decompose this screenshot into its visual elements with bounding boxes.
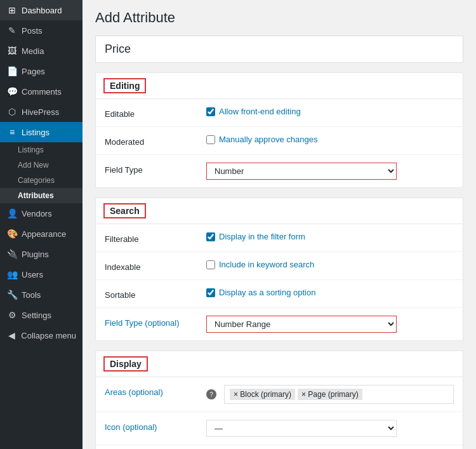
icon-field-row: Icon (optional) —: [96, 412, 463, 445]
sidebar-item-dashboard[interactable]: ⊞ Dashboard: [0, 0, 83, 20]
dashboard-icon: ⊞: [6, 5, 18, 15]
indexable-control: Include in keyword search: [206, 260, 454, 269]
sidebar-sub-listings[interactable]: Listings: [0, 142, 83, 157]
sidebar-label-collapse: Collapse menu: [21, 331, 76, 340]
search-section: Search Filterable Display in the filter …: [95, 198, 463, 341]
editable-checkbox-label[interactable]: Allow front-end editing: [219, 107, 301, 116]
filterable-checkbox-row: Display in the filter form: [206, 232, 454, 241]
display-section-title: Display: [103, 356, 148, 372]
indexable-field-row: Indexable Include in keyword search: [96, 252, 463, 280]
areas-tags-box[interactable]: × Block (primary) × Page (primary): [224, 385, 454, 404]
moderated-control: Manually approve changes: [206, 135, 454, 144]
editing-field-type-row: Field Type Number Text Textarea Select C…: [96, 155, 463, 187]
icon-select[interactable]: —: [206, 420, 397, 437]
sidebar-item-media[interactable]: 🖼 Media: [0, 41, 83, 61]
search-section-body: Filterable Display in the filter form In…: [96, 224, 463, 340]
sidebar-label-hivepress: HivePress: [22, 107, 59, 117]
page-title: Add Attribute: [95, 10, 463, 26]
sidebar-label-listings: Listings: [22, 128, 50, 137]
listings-icon: ≡: [6, 127, 18, 137]
search-field-type-select[interactable]: Number Range Text Select Checkbox: [206, 316, 397, 333]
display-section: Display Areas (optional) ? × Block (prim…: [95, 351, 463, 449]
sidebar-item-pages[interactable]: 📄 Pages: [0, 61, 83, 81]
sidebar-label-posts: Posts: [22, 26, 43, 36]
areas-control: ? × Block (primary) × Page (primary): [206, 385, 454, 404]
icon-control: —: [206, 420, 454, 437]
sidebar-label-users: Users: [22, 270, 43, 279]
search-section-header: Search: [96, 198, 463, 224]
sidebar-label-media: Media: [22, 46, 44, 56]
sortable-checkbox[interactable]: [206, 288, 215, 297]
comments-icon: 💬: [6, 86, 18, 97]
sidebar-label-settings: Settings: [22, 311, 51, 320]
editable-checkbox-row: Allow front-end editing: [206, 107, 454, 116]
sidebar-item-listings[interactable]: ≡ Listings: [0, 122, 83, 142]
sidebar-label-appearance: Appearance: [22, 229, 66, 239]
icon-label: Icon (optional): [105, 420, 206, 432]
moderated-checkbox-label[interactable]: Manually approve changes: [219, 135, 317, 144]
sidebar-item-settings[interactable]: ⚙ Settings: [0, 305, 83, 325]
editable-field-row: Editable Allow front-end editing: [96, 99, 463, 127]
sidebar-item-hivepress[interactable]: ⬡ HivePress: [0, 102, 83, 122]
editing-section-title: Editing: [103, 78, 146, 93]
sortable-checkbox-label[interactable]: Display as a sorting option: [219, 288, 315, 297]
editing-field-type-label: Field Type: [105, 163, 206, 175]
moderated-label: Moderated: [105, 135, 206, 147]
tag-block-primary: × Block (primary): [230, 389, 295, 400]
sidebar-sub-add-new[interactable]: Add New: [0, 157, 83, 173]
sidebar-item-vendors[interactable]: 👤 Vendors: [0, 203, 83, 224]
sidebar-item-users[interactable]: 👥 Users: [0, 264, 83, 285]
tag-page-primary: × Page (primary): [298, 389, 362, 400]
search-field-type-label: Field Type (optional): [105, 316, 206, 328]
users-icon: 👥: [6, 269, 18, 279]
moderated-checkbox-row: Manually approve changes: [206, 135, 454, 144]
areas-field-row: Areas (optional) ? × Block (primary) × P…: [96, 377, 463, 412]
sortable-field-row: Sortable Display as a sorting option: [96, 280, 463, 308]
sidebar-item-tools[interactable]: 🔧 Tools: [0, 285, 83, 305]
sidebar-label-pages: Pages: [22, 67, 45, 76]
editing-field-type-control: Number Text Textarea Select Checkbox: [206, 163, 454, 180]
sidebar-item-appearance[interactable]: 🎨 Appearance: [0, 224, 83, 244]
editable-checkbox[interactable]: [206, 107, 215, 116]
sidebar-item-comments[interactable]: 💬 Comments: [0, 81, 83, 102]
areas-help-icon[interactable]: ?: [206, 389, 216, 399]
editable-label: Editable: [105, 107, 206, 119]
sidebar-item-plugins[interactable]: 🔌 Plugins: [0, 244, 83, 264]
search-field-type-control: Number Range Text Select Checkbox: [206, 316, 454, 333]
filterable-control: Display in the filter form: [206, 232, 454, 241]
hivepress-icon: ⬡: [6, 107, 18, 117]
sidebar-label-dashboard: Dashboard: [22, 6, 62, 15]
posts-icon: ✎: [6, 25, 18, 36]
sidebar-sub-categories[interactable]: Categories: [0, 173, 83, 188]
areas-label: Areas (optional): [105, 385, 206, 397]
sidebar-item-collapse[interactable]: ◀ Collapse menu: [0, 325, 83, 345]
main-content: Add Attribute Price Editing Editable All…: [83, 0, 476, 449]
indexable-checkbox[interactable]: [206, 260, 215, 269]
sortable-control: Display as a sorting option: [206, 288, 454, 297]
vendors-icon: 👤: [6, 208, 18, 218]
indexable-checkbox-row: Include in keyword search: [206, 260, 454, 269]
sidebar-sub-attributes[interactable]: Attributes: [0, 188, 83, 203]
format-field-row: Format (optional) ? $%value%: [96, 445, 463, 449]
filterable-checkbox[interactable]: [206, 232, 215, 241]
sidebar-label-vendors: Vendors: [22, 209, 52, 218]
media-icon: 🖼: [6, 46, 18, 56]
settings-icon: ⚙: [6, 310, 18, 320]
sidebar-label-comments: Comments: [22, 87, 62, 97]
editable-control: Allow front-end editing: [206, 107, 454, 116]
display-section-header: Display: [96, 351, 463, 377]
filterable-checkbox-label[interactable]: Display in the filter form: [219, 232, 305, 241]
editing-section-body: Editable Allow front-end editing Moderat…: [96, 99, 463, 187]
collapse-icon: ◀: [6, 330, 17, 340]
sidebar-item-posts[interactable]: ✎ Posts: [0, 20, 83, 41]
sortable-label: Sortable: [105, 288, 206, 300]
moderated-checkbox[interactable]: [206, 135, 215, 144]
editing-section: Editing Editable Allow front-end editing…: [95, 72, 463, 188]
appearance-icon: 🎨: [6, 229, 18, 239]
listings-submenu: Listings Add New Categories Attributes: [0, 142, 83, 203]
indexable-checkbox-label[interactable]: Include in keyword search: [219, 260, 314, 269]
plugins-icon: 🔌: [6, 249, 18, 259]
sidebar-label-tools: Tools: [22, 290, 41, 300]
search-field-type-row: Field Type (optional) Number Range Text …: [96, 308, 463, 340]
editing-field-type-select[interactable]: Number Text Textarea Select Checkbox: [206, 163, 397, 180]
